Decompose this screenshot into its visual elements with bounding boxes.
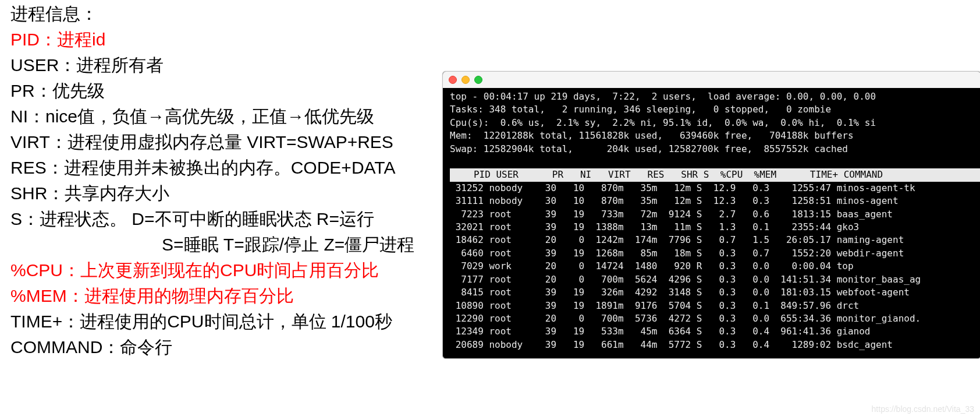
zoom-icon[interactable]: [474, 76, 482, 84]
watermark: https://blog.csdn.net/Vita_33: [872, 404, 974, 414]
definition-line: NI：nice值，负值→高优先级，正值→低优先级: [10, 104, 414, 129]
heading: 进程信息：: [10, 1, 414, 27]
definition-line: S=睡眠 T=跟踪/停止 Z=僵尸进程: [162, 232, 414, 258]
definition-line: TIME+：进程使用的CPU时间总计，单位 1/100秒: [10, 309, 414, 334]
process-table-body: 31252 nobody 30 10 870m 35m 12m S 12.9 0…: [450, 182, 980, 351]
field-definitions: 进程信息： PID：进程idUSER：进程所有者PR：优先级NI：nice值，负…: [10, 1, 414, 360]
definition-line: %MEM：进程使用的物理内存百分比: [10, 283, 414, 309]
close-icon[interactable]: [449, 76, 457, 84]
minimize-icon[interactable]: [461, 76, 470, 84]
top-summary: top - 00:04:17 up 219 days, 7:22, 2 user…: [450, 90, 980, 156]
definition-line: RES：进程使用并未被换出的内存。CODE+DATA: [10, 155, 414, 181]
process-table-header: PID USER PR NI VIRT RES SHR S %CPU %MEM …: [450, 168, 980, 181]
definition-line: USER：进程所有者: [10, 52, 414, 78]
definition-line: PID：进程id: [10, 27, 414, 52]
definition-line: %CPU：上次更新到现在的CPU时间占用百分比: [10, 258, 414, 283]
definition-line: COMMAND：命令行: [10, 334, 414, 360]
definition-line: SHR：共享内存大小: [10, 181, 414, 206]
terminal-window: top - 00:04:17 up 219 days, 7:22, 2 user…: [442, 71, 980, 359]
definition-line: S：进程状态。 D=不可中断的睡眠状态 R=运行: [10, 206, 414, 232]
definition-line: PR：优先级: [10, 78, 414, 104]
definition-line: VIRT：进程使用虚拟内存总量 VIRT=SWAP+RES: [10, 129, 414, 155]
terminal-output: top - 00:04:17 up 219 days, 7:22, 2 user…: [443, 88, 980, 351]
window-titlebar: [443, 72, 980, 88]
